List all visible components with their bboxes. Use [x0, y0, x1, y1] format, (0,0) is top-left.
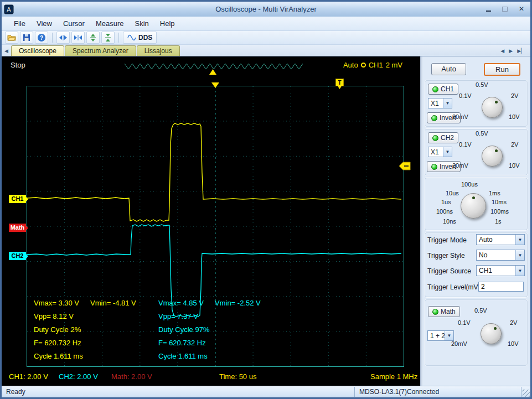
ch2-volts-knob[interactable]	[482, 146, 503, 167]
toolbar-separator	[52, 33, 53, 43]
run-button[interactable]: Run	[484, 63, 520, 76]
trigger-mode-select[interactable]: Auto▼	[476, 234, 525, 245]
time-label: 1s	[495, 218, 502, 225]
math-operation-select[interactable]: 1 + 2▼	[427, 330, 454, 341]
statusbar: Ready MDSO-LA3.1(7)Connected	[2, 386, 530, 397]
ch1-scale-readout: CH1: 2.00 V	[9, 372, 48, 381]
v-expand-icon	[89, 33, 97, 42]
chevron-down-icon: ▼	[445, 331, 453, 340]
menu-help[interactable]: Help	[154, 17, 180, 30]
trigger-group: Trigger Mode Auto▼ Trigger Style No▼ Tri…	[424, 232, 528, 298]
ch1-volt-label: 0.1V	[459, 92, 472, 99]
trigger-level-marker-icon[interactable]	[399, 162, 410, 170]
ch1-position-tag[interactable]: CH1	[9, 195, 26, 203]
help-icon: ?	[37, 33, 46, 42]
math-group: Math 0.5V 0.1V 2V 20mV 10V 1 + 2▼	[424, 299, 528, 366]
ch1-group: CH1 X1▼ Invert 0.5V 0.1V 2V 20mV 10V	[424, 80, 528, 127]
math-enable-button[interactable]: Math	[428, 306, 460, 317]
trigger-style-select[interactable]: No▼	[476, 250, 525, 261]
h-expand-icon	[59, 33, 68, 42]
auto-button[interactable]: Auto	[431, 63, 466, 75]
math-volt-label: 20mV	[451, 340, 467, 347]
math-volts-knob[interactable]	[481, 323, 502, 344]
trigger-time-flag[interactable]: T	[336, 79, 344, 90]
menu-cursor[interactable]: Cursor	[58, 17, 90, 30]
math-volt-label: 0.5V	[474, 307, 487, 314]
timebase-knob[interactable]	[461, 193, 486, 219]
ch2-gain-select[interactable]: X1▼	[428, 147, 452, 157]
menubar: File View Cursor Measure Skin Help	[2, 17, 530, 31]
open-folder-icon	[7, 33, 16, 42]
ch1-gain-select[interactable]: X1▼	[428, 98, 452, 108]
ch1-volt-label: 10V	[509, 113, 520, 120]
sample-rate-readout: Sample 1 MHz	[370, 372, 417, 381]
ch2-enable-button[interactable]: CH2	[428, 132, 458, 143]
knob-indicator-icon	[495, 149, 498, 152]
ch1-freq: F= 620.732 Hz	[34, 339, 136, 352]
trigger-mode-label: Trigger Mode	[427, 236, 467, 244]
ch2-vmin: Vmin= -2.52 V	[215, 299, 261, 307]
tab-scroll-left-icon[interactable]: ◀	[2, 48, 11, 56]
v-expand-button[interactable]	[86, 32, 100, 44]
knob-indicator-icon	[494, 327, 497, 330]
toolbar: ? DDS	[2, 31, 530, 45]
timebase-group: 100us 10us 1ms 1us 10ms 100ns 100ms 10ns…	[424, 177, 528, 231]
open-button[interactable]	[5, 32, 18, 44]
maximize-button[interactable]	[498, 4, 512, 14]
ch1-enable-button[interactable]: CH1	[428, 84, 458, 95]
h-expand-button[interactable]	[56, 32, 70, 44]
help-button[interactable]: ?	[35, 32, 48, 44]
time-label: 1ms	[489, 190, 500, 196]
close-button[interactable]: ✕	[515, 4, 528, 14]
menu-file[interactable]: File	[8, 17, 31, 30]
time-label: 100us	[461, 181, 478, 188]
time-label: 100ms	[490, 208, 509, 215]
tab-oscilloscope[interactable]: Oscilloscope	[11, 45, 64, 56]
time-label: 10us	[446, 190, 459, 196]
ch2-position-tag[interactable]: CH2	[9, 252, 26, 260]
dds-button[interactable]: DDS	[123, 32, 157, 44]
svg-text:?: ?	[40, 35, 43, 41]
menu-view[interactable]: View	[31, 17, 58, 30]
trigger-level-input[interactable]	[478, 282, 524, 292]
control-panel: Auto Run CH1 X1▼ Invert 0.5V 0.1V 2V	[422, 56, 530, 386]
ch1-vmin: Vmin= -4.81 V	[90, 299, 136, 307]
save-button[interactable]	[20, 32, 33, 44]
tab-nav-next-icon[interactable]: ▶	[509, 48, 513, 54]
resize-grip[interactable]	[523, 390, 530, 397]
minimize-button[interactable]	[482, 4, 495, 14]
ch1-measurements: Vmax= 3.30 VVmin= -4.81 V Vpp= 8.12 V Du…	[34, 299, 136, 365]
toolbar-separator	[118, 33, 119, 43]
ch1-volts-knob[interactable]	[482, 97, 503, 118]
v-compress-button[interactable]	[101, 32, 115, 44]
ch1-vmax: Vmax= 3.30 V	[34, 299, 79, 307]
tab-nav-last-icon[interactable]: ▶▏	[517, 48, 525, 54]
math-volt-label: 0.1V	[458, 319, 471, 326]
ch1-trace	[27, 123, 401, 221]
status-ready: Ready	[6, 388, 25, 396]
trigger-position-marker-icon[interactable]	[211, 82, 219, 88]
chevron-down-icon: ▼	[443, 147, 452, 157]
ch2-led-icon	[432, 135, 438, 141]
menu-measure[interactable]: Measure	[90, 17, 130, 30]
knob-indicator-icon	[472, 196, 475, 199]
math-button-label: Math	[441, 308, 456, 315]
trigger-flag-label: T	[338, 80, 341, 86]
ch2-volt-label: 20mV	[452, 162, 468, 169]
h-compress-button[interactable]	[71, 32, 85, 44]
menu-skin[interactable]: Skin	[130, 17, 154, 30]
chevron-down-icon: ▼	[515, 235, 524, 245]
trigger-source-select[interactable]: CH1▼	[476, 265, 525, 276]
ch1-invert-led-icon	[431, 115, 437, 121]
tab-nav-prev-icon[interactable]: ◀	[500, 48, 504, 54]
ch2-invert-led-icon	[431, 164, 437, 170]
tab-spectrum-analyzer[interactable]: Spectrum Analyzer	[65, 45, 136, 56]
ch2-duty: Duty Cycle 97%	[158, 325, 261, 339]
tab-lissajous[interactable]: Lissajous	[137, 45, 180, 56]
math-volt-label: 2V	[510, 319, 517, 326]
ch2-vpp: Vpp= 7.37 V	[158, 312, 261, 325]
math-position-tag[interactable]: Math	[9, 224, 26, 232]
tabstrip: ◀ Oscilloscope Spectrum Analyzer Lissajo…	[2, 45, 530, 56]
preview-trigger-marker-icon[interactable]	[209, 69, 216, 75]
ch2-button-label: CH2	[441, 134, 454, 142]
